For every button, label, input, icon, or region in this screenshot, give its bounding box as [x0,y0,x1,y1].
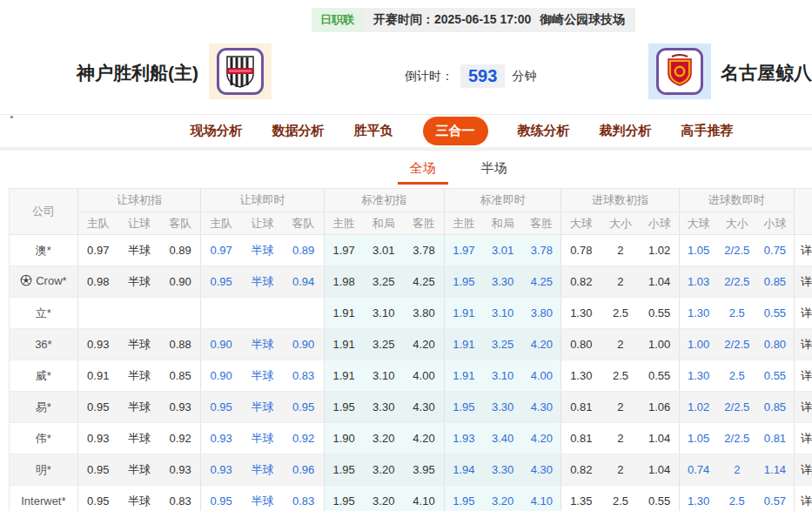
odds-cell: 0.95 [201,392,241,423]
kickoff-label: 开赛时间：2025-06-15 17:00 [373,12,531,28]
odds-cell: 0.55 [756,360,794,392]
odds-cell: 0.96 [284,454,324,486]
countdown-unit: 分钟 [512,69,536,84]
nav-tab-2[interactable]: 数据分析 [272,123,325,139]
odds-cell: 0.80 [561,329,601,360]
kickoff-strip: 开赛时间：2025-06-15 17:00 御崎公园球技场 [363,8,635,32]
odds-cell: 半球 [241,486,283,511]
odds-cell: 1.05 [679,423,717,454]
odds-cell: 1.00 [679,329,717,360]
sub-header: 主胜 [444,212,482,235]
odds-cell: 0.95 [284,392,324,423]
odds-cell: 1.14 [756,454,794,486]
odds-cell: 0.94 [284,266,324,298]
detail-link[interactable]: 详情 [794,329,812,360]
odds-cell: 3.25 [364,329,404,360]
odds-cell: 3.30 [483,266,522,298]
nav-tab-1[interactable]: 现场分析 [191,123,243,139]
odds-cell: 0.97 [201,235,241,266]
sub-header: 大小 [718,212,756,235]
odds-cell: 半球 [241,266,283,298]
odds-cell: 4.20 [404,423,444,454]
sub-header: 客胜 [404,212,444,235]
odds-cell: 1.98 [324,266,363,298]
odds-cell: 3.01 [364,235,404,266]
detail-link[interactable]: 详情 [794,266,812,298]
detail-link[interactable]: 详情 [794,486,812,511]
detail-link[interactable]: 详情 [794,360,812,392]
nav-tab-4[interactable]: 三合一 [423,117,488,145]
odds-cell: 1.91 [324,298,363,329]
odds-cell: 0.81 [561,392,601,423]
odds-cell: 1.30 [679,486,717,511]
company-name: 澳* [10,235,78,266]
odds-cell: 0.95 [201,486,241,511]
odds-cell: 4.10 [404,486,444,511]
sub-header: 主队 [201,212,241,235]
countdown-label: 倒计时： [405,69,453,84]
odds-cell: 3.30 [364,392,404,423]
odds-cell: 1.91 [444,298,482,329]
detail-link[interactable]: 详情 [794,392,812,423]
odds-cell: 3.10 [483,298,522,329]
sub-header: 主胜 [324,212,363,235]
odds-cell: 0.93 [160,454,200,486]
odds-cell: 3.40 [483,423,522,454]
sub-header: 大小 [601,212,640,235]
detail-link[interactable]: 详情 [794,454,812,486]
odds-cell: 0.90 [284,329,324,360]
odds-cell: 0.74 [679,454,717,486]
odds-cell: 0.95 [201,266,241,298]
odds-cell: 0.55 [641,298,679,329]
odds-cell: 半球 [118,360,160,392]
subtab-1[interactable]: 全场 [410,160,436,185]
odds-cell: 0.85 [160,360,200,392]
company-name: 明* [10,454,78,486]
odds-cell: 3.30 [483,454,522,486]
odds-cell: 0.92 [160,423,200,454]
odds-cell: 0.75 [756,235,794,266]
sub-header: 小球 [641,212,679,235]
odds-cell: 2 [601,423,640,454]
detail-link[interactable]: 详情 [794,423,812,454]
company-name: 易* [10,392,78,423]
odds-cell: 0.93 [201,423,241,454]
odds-cell: 3.30 [483,392,522,423]
odds-cell: 4.25 [404,266,444,298]
odds-cell: 3.20 [364,423,404,454]
countdown-value: 593 [460,64,505,88]
odds-cell: 0.83 [160,486,200,511]
nav-tab-7[interactable]: 高手推荐 [681,123,734,139]
group-header-2: 让球即时 [201,189,324,212]
sub-header: 客队 [160,212,200,235]
odds-cell: 1.04 [641,266,679,298]
nav-tab-5[interactable]: 教练分析 [518,123,570,139]
odds-cell: 3.20 [483,486,522,511]
odds-cell: 3.80 [522,298,560,329]
nav-tab-3[interactable]: 胜平负 [354,123,393,139]
odds-cell: 0.89 [284,235,324,266]
odds-cell: 半球 [118,423,160,454]
odds-cell: 1.30 [679,298,717,329]
odds-cell: 半球 [118,486,160,511]
odds-cell: 2.5 [718,298,756,329]
odds-cell: 0.89 [160,235,200,266]
odds-cell: 半球 [241,423,283,454]
odds-cell: 半球 [241,235,283,266]
nav-divider [0,147,812,151]
odds-cell: 0.83 [284,360,324,392]
table-row: 明*0.95半球0.930.93半球0.961.953.203.951.943.… [10,454,812,486]
nav-tab-6[interactable]: 裁判分析 [600,123,652,139]
group-header-5: 进球数初指 [561,189,679,212]
odds-cell: 3.20 [364,486,404,511]
league-badge: 日职联 [312,8,363,32]
odds-cell: 0.95 [77,392,117,423]
subtab-2[interactable]: 半场 [481,160,507,185]
odds-cell: 3.25 [483,329,522,360]
sub-header: 让球 [241,212,283,235]
detail-link[interactable]: 详情 [794,298,812,329]
odds-cell: 1.95 [324,454,363,486]
detail-link[interactable]: 详情 [794,235,812,266]
odds-cell: 半球 [118,392,160,423]
odds-cell: 1.04 [641,423,679,454]
